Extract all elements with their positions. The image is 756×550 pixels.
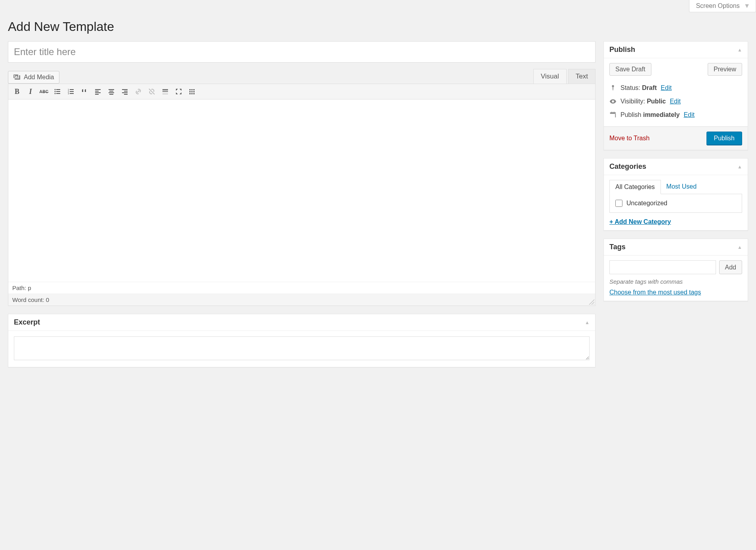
bullet-list-button[interactable] [51, 86, 64, 97]
svg-rect-15 [95, 94, 99, 95]
svg-rect-22 [122, 92, 128, 93]
excerpt-textarea[interactable] [14, 336, 590, 360]
collapse-icon: ▲ [585, 320, 590, 325]
media-icon [13, 73, 21, 81]
excerpt-panel: Excerpt ▲ [8, 314, 596, 367]
svg-rect-29 [191, 89, 193, 90]
svg-rect-17 [109, 91, 113, 92]
publish-panel: Publish ▲ Save Draft Preview Status: Dra… [603, 41, 748, 150]
edit-visibility-link[interactable]: Edit [670, 98, 681, 105]
screen-options-label: Screen Options [696, 2, 739, 9]
collapse-icon: ▲ [737, 47, 742, 53]
resize-handle-icon[interactable] [589, 299, 594, 305]
tab-all-categories[interactable]: All Categories [609, 180, 661, 194]
svg-rect-12 [95, 89, 101, 90]
svg-rect-33 [193, 91, 195, 92]
schedule-row: Publish immediately Edit [609, 108, 742, 122]
editor-word-count: Word count: 0 [8, 294, 595, 306]
svg-rect-13 [95, 91, 99, 92]
svg-rect-32 [191, 91, 193, 92]
svg-rect-14 [95, 92, 101, 93]
svg-rect-11 [70, 93, 74, 94]
editor-toolbar: B I ABC 123 [8, 84, 595, 99]
category-checkbox[interactable] [615, 200, 622, 207]
eye-icon [609, 98, 617, 105]
align-left-button[interactable] [92, 86, 104, 97]
calendar-icon [609, 111, 617, 118]
numbered-list-button[interactable]: 123 [65, 86, 77, 97]
bold-button[interactable]: B [11, 86, 23, 97]
chevron-down-icon: ▼ [744, 2, 750, 9]
editor-content[interactable] [8, 99, 595, 282]
svg-rect-7 [70, 89, 74, 90]
svg-rect-1 [56, 89, 60, 90]
align-right-button[interactable] [118, 86, 131, 97]
link-button[interactable] [132, 86, 145, 97]
blockquote-button[interactable] [78, 86, 91, 97]
collapse-icon: ▲ [737, 164, 742, 170]
svg-rect-27 [162, 94, 168, 94]
excerpt-header[interactable]: Excerpt ▲ [8, 314, 595, 331]
svg-rect-16 [109, 89, 114, 90]
svg-rect-26 [162, 93, 168, 93]
svg-rect-23 [124, 94, 128, 95]
svg-rect-35 [191, 93, 193, 94]
screen-options-button[interactable]: Screen Options ▼ [689, 0, 756, 12]
align-center-button[interactable] [105, 86, 118, 97]
svg-rect-18 [109, 92, 114, 93]
choose-tags-link[interactable]: Choose from the most used tags [609, 289, 701, 296]
kitchen-sink-button[interactable] [186, 86, 199, 97]
svg-text:3: 3 [68, 92, 69, 95]
publish-button[interactable]: Publish [706, 132, 742, 145]
insert-more-button[interactable] [159, 86, 172, 97]
collapse-icon: ▲ [737, 244, 742, 250]
svg-rect-34 [189, 93, 191, 94]
categories-header[interactable]: Categories ▲ [604, 159, 748, 175]
tags-title: Tags [609, 243, 626, 251]
svg-rect-20 [122, 89, 128, 90]
edit-schedule-link[interactable]: Edit [683, 111, 695, 118]
publish-header[interactable]: Publish ▲ [604, 42, 748, 58]
svg-point-4 [55, 93, 56, 94]
tab-visual[interactable]: Visual [533, 69, 567, 84]
svg-rect-37 [610, 113, 616, 114]
title-input[interactable] [8, 41, 596, 63]
add-new-category-link[interactable]: + Add New Category [609, 218, 671, 225]
save-draft-button[interactable]: Save Draft [609, 63, 651, 76]
edit-status-link[interactable]: Edit [661, 84, 672, 92]
category-item[interactable]: Uncategorized [615, 200, 736, 207]
category-label: Uncategorized [626, 200, 667, 207]
svg-point-2 [55, 91, 56, 92]
svg-rect-30 [193, 89, 195, 90]
add-media-button[interactable]: Add Media [8, 71, 59, 84]
svg-rect-24 [162, 89, 168, 90]
svg-point-0 [55, 89, 56, 90]
preview-button[interactable]: Preview [708, 63, 742, 76]
strikethrough-button[interactable]: ABC [38, 86, 50, 97]
svg-rect-5 [56, 93, 60, 94]
tags-header[interactable]: Tags ▲ [604, 239, 748, 256]
move-to-trash-link[interactable]: Move to Trash [609, 135, 649, 142]
italic-button[interactable]: I [24, 86, 37, 97]
editor: B I ABC 123 Path: p [8, 84, 596, 306]
svg-rect-31 [189, 91, 191, 92]
visibility-row: Visibility: Public Edit [609, 95, 742, 108]
page-title: Add New Template [8, 19, 748, 34]
add-tag-button[interactable]: Add [719, 260, 742, 274]
categories-title: Categories [609, 162, 646, 171]
tab-most-used[interactable]: Most Used [661, 180, 702, 194]
unlink-button[interactable] [145, 86, 158, 97]
publish-title: Publish [609, 46, 635, 54]
excerpt-title: Excerpt [14, 318, 40, 327]
fullscreen-button[interactable] [172, 86, 185, 97]
editor-path: Path: p [8, 282, 595, 294]
tags-input[interactable] [609, 260, 716, 274]
svg-rect-9 [70, 91, 74, 92]
add-media-label: Add Media [24, 74, 54, 81]
tags-hint: Separate tags with commas [609, 278, 742, 285]
tab-text[interactable]: Text [568, 69, 596, 84]
tags-panel: Tags ▲ Add Separate tags with commas Cho… [603, 239, 748, 301]
svg-rect-25 [162, 91, 168, 92]
svg-rect-28 [189, 89, 191, 90]
svg-rect-3 [56, 91, 60, 92]
